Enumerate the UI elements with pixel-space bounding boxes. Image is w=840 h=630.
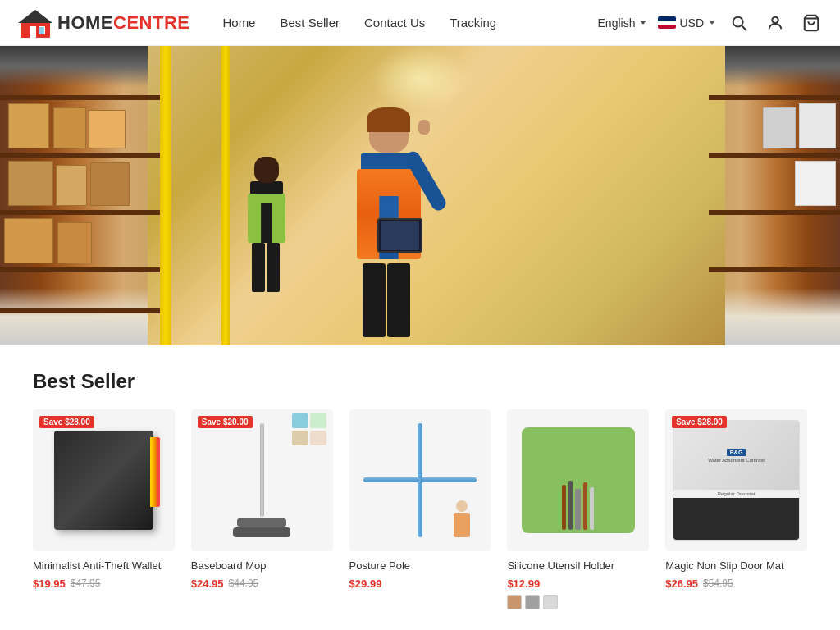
price-original-wallet: $47.95	[71, 578, 101, 589]
product-name-wallet: Minimalist Anti-Theft Wallet	[33, 559, 175, 573]
product-image-mop: Save $20.00	[191, 409, 333, 551]
swatch-gray[interactable]	[525, 595, 540, 609]
header: HOMECENTRE Home Best Seller Contact Us T…	[0, 0, 840, 46]
price-original-mat: $54.95	[703, 578, 733, 589]
search-button[interactable]	[727, 11, 751, 35]
chevron-down-icon	[709, 21, 715, 25]
products-grid: Save $28.00 Minimalist Anti-Theft Wallet…	[33, 409, 807, 609]
price-current-mat: $26.95	[665, 578, 698, 590]
nav-best-seller[interactable]: Best Seller	[280, 16, 340, 30]
swatch-tan[interactable]	[507, 595, 522, 609]
svg-point-5	[733, 16, 743, 26]
product-name-mop: Baseboard Mop	[191, 559, 333, 573]
save-badge-mop: Save $20.00	[198, 416, 253, 428]
currency-selector[interactable]: USD	[658, 16, 715, 30]
logo-link[interactable]: HOMECENTRE	[16, 8, 189, 38]
nav-contact-us[interactable]: Contact Us	[364, 16, 425, 30]
product-name-pole: Posture Pole	[349, 559, 491, 573]
price-row-mop: $24.95 $44.95	[191, 578, 333, 590]
price-original-mop: $44.95	[229, 578, 259, 589]
svg-rect-4	[39, 27, 44, 34]
product-image-wallet: Save $28.00	[33, 409, 175, 551]
best-seller-title: Best Seller	[33, 370, 807, 393]
swatch-silver[interactable]	[543, 595, 558, 609]
product-image-utensil	[507, 409, 649, 551]
price-current-wallet: $19.95	[33, 578, 66, 590]
logo-text: HOMECENTRE	[57, 12, 189, 34]
product-image-mat: Save $28.00 B&G Water Absorbent Contrast…	[665, 409, 807, 551]
nav-home[interactable]: Home	[222, 16, 255, 30]
main-nav: Home Best Seller Contact Us Tracking	[222, 16, 597, 30]
price-current-utensil: $12.99	[507, 578, 540, 590]
svg-line-6	[742, 25, 746, 30]
product-name-mat: Magic Non Slip Door Mat	[665, 559, 807, 573]
language-label: English	[598, 16, 636, 30]
save-badge-mat: Save $28.00	[672, 416, 727, 428]
product-card-utensil[interactable]: Silicone Utensil Holder $12.99	[507, 409, 649, 609]
svg-point-7	[772, 16, 778, 22]
product-card-mat[interactable]: Save $28.00 B&G Water Absorbent Contrast…	[665, 409, 807, 590]
currency-label: USD	[679, 16, 704, 30]
header-right: English USD	[598, 11, 824, 35]
language-selector[interactable]: English	[598, 16, 647, 30]
color-swatches-utensil	[507, 595, 649, 609]
wallet-illustration	[54, 431, 153, 530]
price-row-pole: $29.99	[349, 578, 491, 590]
warehouse-scene	[0, 46, 840, 345]
svg-rect-2	[30, 26, 36, 38]
product-name-utensil: Silicone Utensil Holder	[507, 559, 649, 573]
us-flag-icon	[658, 16, 676, 29]
user-icon	[766, 14, 784, 32]
product-image-pole	[349, 409, 491, 551]
chevron-down-icon	[640, 21, 646, 25]
price-current-mop: $24.95	[191, 578, 224, 590]
cart-icon	[802, 14, 820, 32]
product-card-mop[interactable]: Save $20.00	[191, 409, 333, 590]
product-card-wallet[interactable]: Save $28.00 Minimalist Anti-Theft Wallet…	[33, 409, 175, 590]
price-row-mat: $26.95 $54.95	[665, 578, 807, 590]
hero-banner	[0, 46, 840, 345]
logo-icon	[16, 8, 54, 38]
account-button[interactable]	[763, 11, 788, 35]
price-row-wallet: $19.95 $47.95	[33, 578, 175, 590]
price-row-utensil: $12.99	[507, 578, 649, 590]
svg-marker-1	[18, 10, 52, 23]
save-badge-wallet: Save $28.00	[39, 416, 94, 428]
product-card-pole[interactable]: Posture Pole $29.99	[349, 409, 491, 590]
nav-tracking[interactable]: Tracking	[450, 16, 496, 30]
cart-button[interactable]	[799, 11, 824, 35]
search-icon	[730, 14, 748, 32]
price-current-pole: $29.99	[349, 578, 382, 590]
best-seller-section: Best Seller Save $28.00 Minimalist Anti-…	[0, 345, 840, 626]
